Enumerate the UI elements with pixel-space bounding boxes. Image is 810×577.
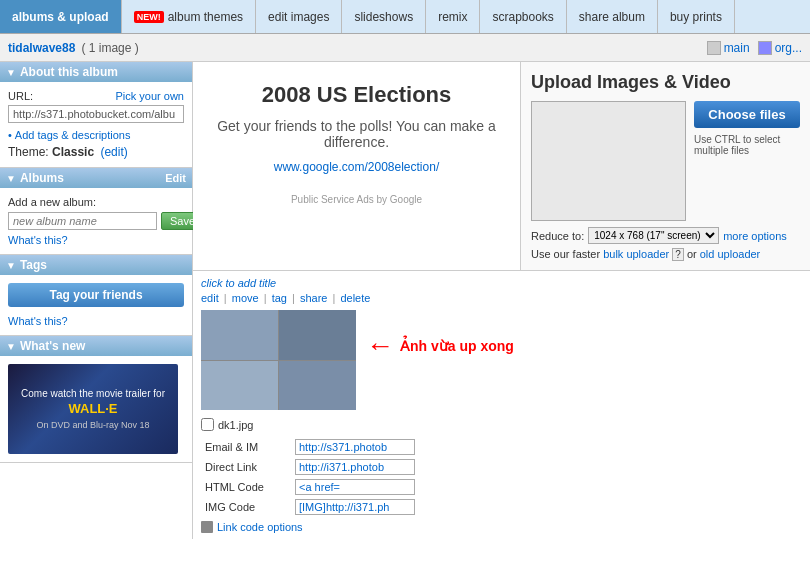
delete-link[interactable]: delete [340,292,370,304]
tag-link[interactable]: tag [272,292,287,304]
nav-album-themes[interactable]: NEW! album themes [122,0,256,33]
nav-buy-prints-label: buy prints [670,10,722,24]
choose-files-button[interactable]: Choose files [694,101,800,128]
top-navigation: albums & upload NEW! album themes edit i… [0,0,810,34]
whats-new-image[interactable]: Come watch the movie trailer for WALL·E … [8,364,178,454]
org-label[interactable]: org... [775,41,802,55]
image-count: ( 1 image ) [81,41,138,55]
link-code-row: Link code options [201,521,802,533]
sub-header: tidalwave88 ( 1 image ) main org... [0,34,810,62]
tags-section: ▼ Tags Tag your friends What's this? [0,255,192,336]
new-badge: NEW! [134,11,164,23]
ad-title: 2008 US Elections [213,82,500,108]
thumb-cell-1 [201,310,278,360]
upload-drop-zone[interactable] [531,101,686,221]
ad-url[interactable]: www.google.com/2008election/ [213,160,500,174]
image-thumbnail[interactable] [201,310,356,410]
nav-albums-upload[interactable]: albums & upload [0,0,122,33]
bulk-uploader-link[interactable]: bulk uploader [603,248,669,260]
thumb-cell-2 [279,310,356,360]
lock-icon [201,521,213,533]
theme-value: Classic [52,145,94,159]
old-uploader-link[interactable]: old uploader [700,248,761,260]
field-label-0: Email & IM [201,437,291,457]
faster-prefix: Use our faster [531,248,603,260]
field-value-3[interactable] [291,497,419,517]
whats-new-title: ▼ What's new [0,336,192,356]
nav-slideshows[interactable]: slideshows [342,0,426,33]
upload-area: Upload Images & Video Choose files Use C… [520,62,810,270]
annotation-text: Ảnh vừa up xong [400,338,514,354]
upload-title: Upload Images & Video [531,72,800,93]
username: tidalwave88 [8,41,75,55]
ctrl-note: Use CTRL to select multiple files [694,134,800,156]
nav-remix-label: remix [438,10,467,24]
tags-whats-this[interactable]: What's this? [8,315,184,327]
tags-title: ▼ Tags [0,255,192,275]
bullet-icon: • [8,129,12,141]
info-table-row: HTML Code [201,477,419,497]
or-text: or [687,248,700,260]
reduce-row: Reduce to: 1024 x 768 (17" screen) more … [531,227,800,244]
upload-inner: Choose files Use CTRL to select multiple… [531,101,800,221]
action-links: edit | move | tag | share | delete [201,292,802,304]
albums-edit-link[interactable]: Edit [165,172,186,184]
field-value-2[interactable] [291,477,419,497]
tag-friends-button[interactable]: Tag your friends [8,283,184,307]
field-value-1[interactable] [291,457,419,477]
info-table-row: Email & IM [201,437,419,457]
edit-link[interactable]: edit [201,292,219,304]
nav-albums-upload-label: albums & upload [12,10,109,24]
upload-controls: Choose files Use CTRL to select multiple… [694,101,800,221]
theme-label: Theme: [8,145,49,159]
red-arrow-icon: ← [366,330,394,362]
add-tags-link[interactable]: • Add tags & descriptions [8,129,184,141]
nav-buy-prints[interactable]: buy prints [658,0,735,33]
share-link[interactable]: share [300,292,328,304]
more-options-link[interactable]: more options [723,230,787,242]
pick-own-link[interactable]: Pick your own [116,90,184,102]
ad-upload-row: 2008 US Elections Get your friends to th… [193,62,810,271]
movie-sub: On DVD and Blu-ray Nov 18 [36,420,149,430]
reduce-label: Reduce to: [531,230,584,242]
field-value-0[interactable] [291,437,419,457]
album-name-input[interactable] [8,212,157,230]
thumb-cell-4 [279,361,356,411]
image-row: ← Ảnh vừa up xong [201,310,802,410]
whats-this-link[interactable]: What's this? [8,234,184,246]
about-section: ▼ About this album URL: Pick your own ht… [0,62,192,168]
album-input-row: Save [8,212,184,230]
url-value: http://s371.photobucket.com/albu [13,108,175,120]
field-label-1: Direct Link [201,457,291,477]
checkbox-row: dk1.jpg [201,418,802,431]
nav-edit-images-label: edit images [268,10,329,24]
field-label-3: IMG Code [201,497,291,517]
theme-edit-link[interactable]: (edit) [100,145,127,159]
info-table: Email & IM Direct Link HTML Code IMG Cod… [201,437,419,517]
url-label: URL: [8,90,33,102]
field-label-2: HTML Code [201,477,291,497]
url-box[interactable]: http://s371.photobucket.com/albu [8,105,184,123]
help-icon[interactable]: ? [672,248,684,261]
nav-scrapbooks[interactable]: scrapbooks [480,0,566,33]
link-code-options[interactable]: Link code options [217,521,303,533]
reduce-select[interactable]: 1024 x 768 (17" screen) [588,227,719,244]
nav-remix[interactable]: remix [426,0,480,33]
image-checkbox[interactable] [201,418,214,431]
albums-title: ▼ Albums Edit [0,168,192,188]
info-table-row: IMG Code [201,497,419,517]
nav-edit-images[interactable]: edit images [256,0,342,33]
thumb-cell-3 [201,361,278,411]
grid-icon [707,41,721,55]
about-title: ▼ About this album [0,62,192,82]
nav-scrapbooks-label: scrapbooks [492,10,553,24]
main-label[interactable]: main [724,41,750,55]
move-link[interactable]: move [232,292,259,304]
movie-name: WALL·E [68,401,117,416]
nav-share-album[interactable]: share album [567,0,658,33]
theme-row: Theme: Classic (edit) [8,145,184,159]
click-to-add-title[interactable]: click to add title [201,277,802,289]
arrow-annotation: ← Ảnh vừa up xong [366,310,802,362]
image-filename: dk1.jpg [218,419,253,431]
ad-subtitle: Get your friends to the polls! You can m… [213,118,500,150]
